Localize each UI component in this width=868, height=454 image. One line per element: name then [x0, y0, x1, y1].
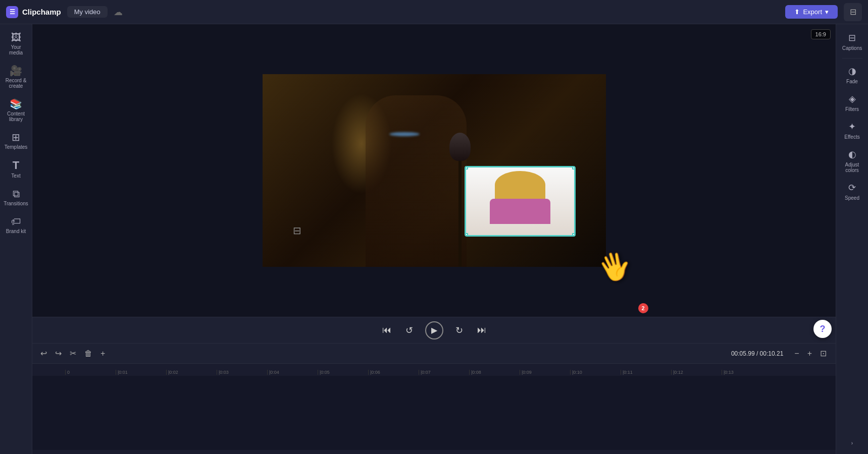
speed-icon: ⟳ [848, 182, 856, 193]
topbar: ☰ Clipchamp My video ☁ ⬆ Export ▾ ⊟ [0, 0, 868, 24]
record-create-icon: 🎥 [10, 66, 22, 76]
pip-hair [495, 171, 545, 199]
adjust-colors-icon: ◐ [848, 149, 856, 160]
sidebar-right-filters[interactable]: ◈ Filters [838, 89, 866, 116]
sidebar-item-templates[interactable]: ⊞ Templates [2, 128, 30, 154]
help-button[interactable]: ? [813, 320, 832, 338]
cut-button[interactable]: ✂ [68, 347, 78, 360]
chevron-right-icon: › [851, 440, 853, 446]
delete-button[interactable]: 🗑 [82, 347, 94, 360]
right-sidebar: ⊟ Captions ◑ Fade ◈ Filters ✦ Effects ◐ … [836, 24, 868, 454]
ruler-mark-1: |0:01 [116, 370, 166, 375]
sidebar-right-fade[interactable]: ◑ Fade [838, 62, 866, 88]
ruler-mark-13: |0:13 [722, 370, 772, 375]
necklace-glow [389, 132, 420, 136]
sidebar-right-label: Captions [842, 45, 862, 51]
undo-button[interactable]: ↩ [38, 347, 49, 360]
play-button[interactable]: ▶ [425, 321, 443, 339]
cloud-save-icon: ☁ [114, 7, 123, 18]
pip-handle-tr[interactable] [572, 166, 576, 169]
app-logo[interactable]: ☰ Clipchamp [6, 6, 61, 18]
ruler-mark-12: |0:12 [671, 370, 722, 375]
right-sidebar-collapse[interactable]: › [838, 436, 866, 450]
ruler-mark-5: |0:05 [318, 370, 368, 375]
sidebar-right-label: Speed [845, 195, 859, 201]
captions-button[interactable]: ⊟ [844, 3, 862, 21]
sidebar-right-adjust-colors[interactable]: ◐ Adjust colors [838, 145, 866, 177]
cursor-badge-2: 2 [638, 303, 648, 313]
sidebar-right-captions[interactable]: ⊟ Captions [838, 28, 866, 55]
sidebar-item-transitions[interactable]: ⧉ Transitions [2, 185, 30, 210]
sidebar-right-label: Filters [845, 106, 859, 112]
sidebar-right-effects[interactable]: ✦ Effects [838, 117, 866, 144]
sidebar-right-label: Adjust colors [840, 162, 864, 173]
export-chevron-icon: ▾ [825, 8, 829, 16]
skip-back-button[interactable]: ⏮ [380, 323, 393, 337]
skip-forward-button[interactable]: ⏭ [475, 323, 488, 337]
your-media-icon: 🖼 [11, 32, 21, 42]
ruler-mark-3: |0:03 [217, 370, 267, 375]
zoom-fit-button[interactable]: ⊡ [817, 348, 830, 359]
fade-icon: ◑ [848, 66, 856, 77]
captions-icon: ⊟ [850, 7, 856, 17]
ruler-mark-8: |0:08 [469, 370, 520, 375]
sidebar-item-record-create[interactable]: 🎥 Record & create [2, 62, 30, 93]
sidebar-item-label: Templates [5, 144, 28, 150]
captions-right-icon: ⊟ [848, 32, 856, 43]
preview-area: 16:9 ⊟ ⊡ ⊞ ↻ … [32, 24, 836, 317]
sidebar-item-label: Record & create [4, 78, 28, 89]
zoom-controls: − + ⊡ [791, 348, 830, 359]
ruler-mark-0: 0 [65, 370, 116, 375]
add-media-button[interactable]: + [98, 347, 107, 360]
ruler-mark-4: |0:04 [267, 370, 318, 375]
ruler-marks: 0 |0:01 |0:02 |0:03 |0:04 |0:05 |0:06 |0… [32, 364, 836, 376]
video-title-tab[interactable]: My video [67, 6, 108, 18]
timeline-toolbar: ↩ ↪ ✂ 🗑 + 00:05.99 / 00:10.21 − + ⊡ [32, 344, 836, 364]
sidebar-item-label: Your media [4, 44, 28, 55]
timecode-display: 00:05.99 / 00:10.21 [731, 350, 783, 357]
filters-icon: ◈ [849, 93, 856, 104]
pip-handle-bl[interactable] [465, 233, 468, 237]
transitions-icon: ⧉ [13, 189, 20, 199]
ruler-mark-9: |0:09 [520, 370, 570, 375]
timeline-content: 0 |0:01 |0:02 |0:03 |0:04 |0:05 |0:06 |0… [32, 364, 836, 450]
export-icon: ⬆ [794, 8, 800, 16]
subtitles-icon: ⊟ [293, 224, 301, 237]
aspect-ratio-badge[interactable]: 16:9 [811, 29, 831, 39]
right-sidebar-bottom: › [838, 436, 866, 450]
effects-icon: ✦ [848, 121, 856, 132]
sidebar-item-label: Brand kit [6, 229, 26, 234]
sidebar-item-label: Content library [4, 111, 28, 122]
brand-kit-icon: 🏷 [11, 216, 21, 226]
export-button[interactable]: ⬆ Export ▾ [785, 5, 838, 19]
zoom-in-button[interactable]: + [804, 348, 815, 359]
sidebar-item-label: Transitions [4, 201, 28, 206]
redo-button[interactable]: ↪ [53, 347, 64, 360]
timeline-ruler: 0 |0:01 |0:02 |0:03 |0:04 |0:05 |0:06 |0… [32, 364, 836, 376]
topbar-right: ⬆ Export ▾ ⊟ [785, 3, 862, 21]
center-area: 16:9 ⊟ ⊡ ⊞ ↻ … [32, 24, 836, 454]
mic-head [449, 133, 471, 161]
pip-overlay[interactable]: ⊡ ⊞ ↻ … [465, 166, 576, 237]
timeline-scrollbar[interactable] [32, 450, 836, 454]
fast-forward-button[interactable]: ↻ [453, 323, 465, 338]
zoom-out-button[interactable]: − [791, 348, 802, 359]
pip-handle-br[interactable] [572, 233, 576, 237]
mic-stand [458, 151, 462, 267]
text-icon: T [13, 160, 19, 171]
sidebar-item-content-library[interactable]: 📚 Content library [2, 95, 30, 126]
ruler-mark-6: |0:06 [368, 370, 419, 375]
sidebar-item-your-media[interactable]: 🖼 Your media [2, 28, 30, 60]
pip-handle-tl[interactable] [465, 166, 468, 169]
preview-video: ⊟ ⊡ ⊞ ↻ … [263, 74, 606, 267]
ruler-mark-7: |0:07 [419, 370, 469, 375]
logo-icon: ☰ [6, 6, 18, 18]
rewind-button[interactable]: ↺ [403, 323, 415, 338]
singer-figure [366, 95, 467, 267]
sidebar-item-brand-kit[interactable]: 🏷 Brand kit [2, 212, 30, 238]
templates-icon: ⊞ [12, 132, 20, 142]
sidebar-item-text[interactable]: T Text [2, 156, 30, 183]
sidebar-right-label: Fade [846, 79, 858, 84]
sidebar-right-speed[interactable]: ⟳ Speed [838, 178, 866, 205]
timeline-area: ↩ ↪ ✂ 🗑 + 00:05.99 / 00:10.21 − + ⊡ 0 [32, 343, 836, 454]
